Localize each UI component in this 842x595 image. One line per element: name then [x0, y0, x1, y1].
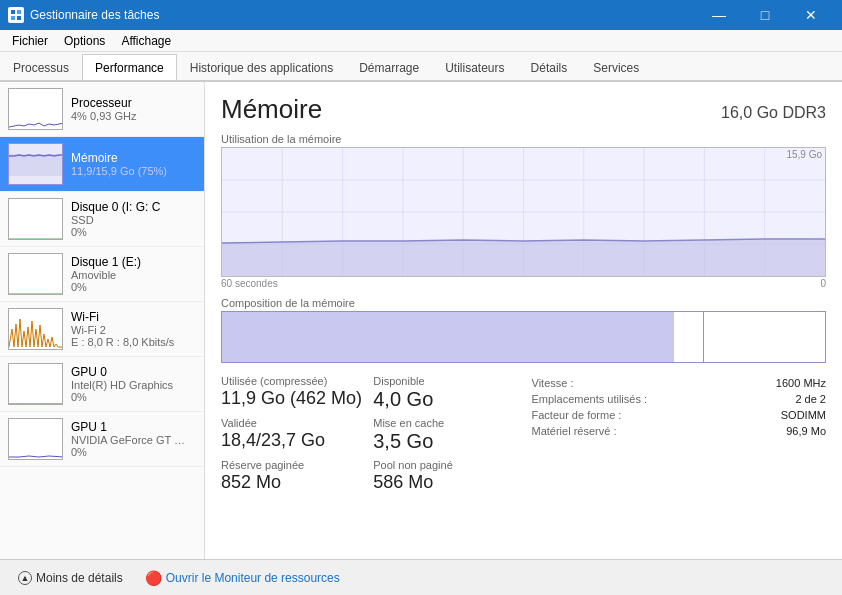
svg-marker-25	[222, 239, 825, 276]
wifi-sub2: E : 8,0 R : 8,0 Kbits/s	[71, 336, 196, 348]
tab-services[interactable]: Services	[580, 54, 652, 80]
stat-mise-en-cache-value: 3,5 Go	[373, 430, 515, 453]
gpu0-sub2: 0%	[71, 391, 196, 403]
stat-utilisee-label: Utilisée (compressée)	[221, 375, 363, 387]
stat-reserve-label: Réserve paginée	[221, 459, 363, 471]
disque1-name: Disque 1 (E:)	[71, 255, 196, 269]
disque0-sub1: SSD	[71, 214, 196, 226]
disque1-sub1: Amovible	[71, 269, 196, 281]
memory-usage-graph-container: Utilisation de la mémoire 15,9 Go	[221, 133, 826, 289]
svg-rect-11	[9, 419, 63, 460]
tab-demarrage[interactable]: Démarrage	[346, 54, 432, 80]
maximize-button[interactable]: □	[742, 0, 788, 30]
main-content: Processeur 4% 0,93 GHz Mémoire 11,9/15,9…	[0, 82, 842, 559]
stats-section: Utilisée (compressée) 11,9 Go (462 Mo) D…	[221, 375, 826, 499]
menu-bar: Fichier Options Affichage	[0, 30, 842, 52]
stat-materiel-label: Matériel réservé :	[532, 425, 682, 437]
tab-performance[interactable]: Performance	[82, 54, 177, 80]
graph-time-labels: 60 secondes 0	[221, 278, 826, 289]
stats-right: Vitesse : 1600 MHz Emplacements utilisés…	[532, 375, 827, 499]
sidebar-item-processeur[interactable]: Processeur 4% 0,93 GHz	[0, 82, 204, 137]
disque0-name: Disque 0 (I: G: C	[71, 200, 196, 214]
menu-fichier[interactable]: Fichier	[4, 32, 56, 50]
sidebar: Processeur 4% 0,93 GHz Mémoire 11,9/15,9…	[0, 82, 205, 559]
stat-validee-label: Validée	[221, 417, 363, 429]
stats-left: Utilisée (compressée) 11,9 Go (462 Mo) D…	[221, 375, 516, 499]
panel-title: Mémoire	[221, 94, 322, 125]
stat-disponible-label: Disponible	[373, 375, 515, 387]
memoire-text: Mémoire 11,9/15,9 Go (75%)	[71, 151, 196, 177]
stat-materiel-value: 96,9 Mo	[786, 425, 826, 437]
stat-mise-en-cache: Mise en cache 3,5 Go	[373, 417, 515, 453]
svg-rect-0	[11, 10, 15, 14]
wifi-text: Wi-Fi Wi-Fi 2 E : 8,0 R : 8,0 Kbits/s	[71, 310, 196, 348]
panel-spec: 16,0 Go DDR3	[721, 104, 826, 122]
sidebar-item-disque0[interactable]: Disque 0 (I: G: C SSD 0%	[0, 192, 204, 247]
comp-used	[222, 312, 674, 362]
app-icon	[8, 7, 24, 23]
stat-facteur-row: Facteur de forme : SODIMM	[532, 409, 827, 421]
sidebar-item-disque1[interactable]: Disque 1 (E:) Amovible 0%	[0, 247, 204, 302]
stat-vitesse-row: Vitesse : 1600 MHz	[532, 377, 827, 389]
tab-processus[interactable]: Processus	[0, 54, 82, 80]
stat-vitesse-label: Vitesse :	[532, 377, 682, 389]
gpu1-sub2: 0%	[71, 446, 196, 458]
graph-time-start: 60 secondes	[221, 278, 278, 289]
tab-utilisateurs[interactable]: Utilisateurs	[432, 54, 517, 80]
bottom-bar: ▲ Moins de détails 🔴 Ouvrir le Moniteur …	[0, 559, 842, 595]
memoire-graph	[8, 143, 63, 185]
close-button[interactable]: ✕	[788, 0, 834, 30]
composition-section: Composition de la mémoire	[221, 297, 826, 363]
wifi-sub1: Wi-Fi 2	[71, 324, 196, 336]
composition-label: Composition de la mémoire	[221, 297, 826, 309]
gpu0-name: GPU 0	[71, 365, 196, 379]
memory-graph-label: Utilisation de la mémoire	[221, 133, 826, 145]
stat-vitesse-value: 1600 MHz	[776, 377, 826, 389]
stat-utilisee: Utilisée (compressée) 11,9 Go (462 Mo)	[221, 375, 363, 411]
menu-options[interactable]: Options	[56, 32, 113, 50]
sidebar-item-gpu0[interactable]: GPU 0 Intel(R) HD Graphics 0%	[0, 357, 204, 412]
svg-rect-10	[9, 364, 63, 405]
stat-reserve: Réserve paginée 852 Mo	[221, 459, 363, 493]
less-details-button[interactable]: ▲ Moins de détails	[12, 567, 129, 589]
monitor-link[interactable]: 🔴 Ouvrir le Moniteur de ressources	[145, 570, 340, 586]
window-controls: — □ ✕	[696, 0, 834, 30]
comp-standby	[704, 312, 825, 362]
monitor-icon: 🔴	[145, 570, 162, 586]
monitor-link-label: Ouvrir le Moniteur de ressources	[166, 571, 340, 585]
sidebar-item-wifi[interactable]: Wi-Fi Wi-Fi 2 E : 8,0 R : 8,0 Kbits/s	[0, 302, 204, 357]
disque1-graph	[8, 253, 63, 295]
tab-details[interactable]: Détails	[518, 54, 581, 80]
sidebar-item-gpu1[interactable]: GPU 1 NVIDIA GeForce GT … 0%	[0, 412, 204, 467]
svg-rect-3	[17, 16, 21, 20]
stat-mise-en-cache-label: Mise en cache	[373, 417, 515, 429]
less-details-label: Moins de détails	[36, 571, 123, 585]
app-title: Gestionnaire des tâches	[30, 8, 159, 22]
svg-rect-7	[9, 199, 63, 240]
memoire-name: Mémoire	[71, 151, 196, 165]
graph-time-end: 0	[820, 278, 826, 289]
stat-disponible: Disponible 4,0 Go	[373, 375, 515, 411]
comp-modified	[674, 312, 704, 362]
processeur-graph	[8, 88, 63, 130]
stat-pool: Pool non paginé 586 Mo	[373, 459, 515, 493]
gpu0-graph	[8, 363, 63, 405]
tab-historique[interactable]: Historique des applications	[177, 54, 346, 80]
disque0-text: Disque 0 (I: G: C SSD 0%	[71, 200, 196, 238]
stat-pool-value: 586 Mo	[373, 472, 515, 493]
wifi-name: Wi-Fi	[71, 310, 196, 324]
disque1-sub2: 0%	[71, 281, 196, 293]
sidebar-item-memoire[interactable]: Mémoire 11,9/15,9 Go (75%)	[0, 137, 204, 192]
wifi-graph	[8, 308, 63, 350]
minimize-button[interactable]: —	[696, 0, 742, 30]
stat-emplacements-label: Emplacements utilisés :	[532, 393, 682, 405]
svg-rect-6	[9, 154, 63, 176]
stat-validee: Validée 18,4/23,7 Go	[221, 417, 363, 453]
processeur-sub: 4% 0,93 GHz	[71, 110, 196, 122]
panel-header: Mémoire 16,0 Go DDR3	[221, 94, 826, 125]
menu-affichage[interactable]: Affichage	[113, 32, 179, 50]
gpu1-text: GPU 1 NVIDIA GeForce GT … 0%	[71, 420, 196, 458]
stat-disponible-value: 4,0 Go	[373, 388, 515, 411]
disque1-text: Disque 1 (E:) Amovible 0%	[71, 255, 196, 293]
svg-rect-2	[11, 16, 15, 20]
